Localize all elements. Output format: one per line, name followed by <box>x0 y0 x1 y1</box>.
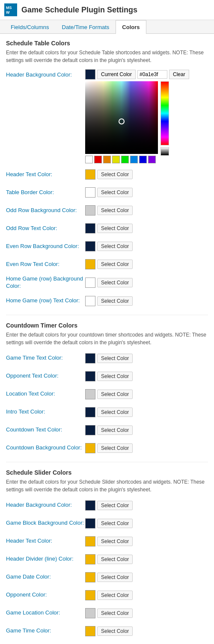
color-row: Opponent Text Color:Select Color <box>6 369 208 383</box>
preset-swatch-2[interactable] <box>103 156 111 163</box>
preset-swatch-6[interactable] <box>139 156 147 163</box>
select-color-button[interactable]: Select Color <box>97 296 133 306</box>
color-label: Home Game (row) Background Color: <box>6 275 85 290</box>
select-color-button[interactable]: Select Color <box>97 537 133 546</box>
preset-swatch-0[interactable] <box>85 156 93 163</box>
color-picker-controls: Current Color Clear <box>85 69 189 163</box>
header: MS W Game Schedule Plugin Settings <box>0 0 214 20</box>
select-color-button[interactable]: Select Color <box>97 519 133 528</box>
schedule-slider-desc: Enter the default colors for your Schedu… <box>6 478 208 493</box>
select-color-button[interactable]: Select Color <box>97 278 133 287</box>
countdown-timer-desc: Enter the default colors for your countd… <box>6 331 208 346</box>
color-label: Location Text Color: <box>6 390 85 398</box>
color-label: Table Border Color: <box>6 189 85 196</box>
color-swatch <box>85 407 95 417</box>
schedule-slider-section: Schedule Slider Colors Enter the default… <box>6 469 208 644</box>
color-swatch <box>85 590 95 600</box>
color-swatch <box>85 572 95 582</box>
color-label: Header Text Color: <box>6 171 85 178</box>
select-color-button[interactable]: Select Color <box>97 573 133 582</box>
clear-button[interactable]: Clear <box>169 70 189 79</box>
color-swatch <box>85 278 95 288</box>
color-label: Even Row Text Color: <box>6 261 85 268</box>
tab-datetime[interactable]: Date/Time Formats <box>56 20 116 34</box>
color-label: Intro Text Color: <box>6 408 85 416</box>
select-color-button[interactable]: Select Color <box>97 609 133 618</box>
current-color-button[interactable]: Current Color <box>97 70 136 79</box>
color-row: Header Text Color:Select Color <box>6 168 208 181</box>
select-color-button[interactable]: Select Color <box>97 408 133 417</box>
color-hex-input[interactable] <box>137 70 167 79</box>
hue-strip-wrap <box>160 81 169 163</box>
preset-swatch-1[interactable] <box>94 156 102 163</box>
select-color-button[interactable]: Select Color <box>97 224 133 233</box>
header-bg-color-label: Header Background Color: <box>6 69 85 78</box>
select-color-button[interactable]: Select Color <box>97 188 133 197</box>
color-label: Game Block Background Color: <box>6 520 85 527</box>
color-swatch <box>85 608 95 618</box>
color-swatches-row <box>85 156 158 163</box>
select-color-button[interactable]: Select Color <box>97 555 133 564</box>
color-swatch <box>85 187 95 198</box>
schedule-table-colors: Header Text Color:Select ColorTable Bord… <box>6 168 208 308</box>
color-label: Game Time Color: <box>6 627 85 635</box>
divider-2 <box>6 462 208 462</box>
color-label: Game Date Color: <box>6 573 85 581</box>
color-row: Even Row Text Color:Select Color <box>6 257 208 271</box>
preset-swatch-7[interactable] <box>148 156 156 163</box>
color-swatch <box>85 371 95 381</box>
main-content: Schedule Table Colors Enter the default … <box>0 34 214 644</box>
color-swatch <box>85 554 95 564</box>
select-color-button[interactable]: Select Color <box>97 425 133 435</box>
tabs-bar: Fields/Columns Date/Time Formats Colors <box>0 20 214 34</box>
select-color-button[interactable]: Select Color <box>97 390 133 399</box>
hue-overlay <box>85 81 158 154</box>
schedule-slider-title: Schedule Slider Colors <box>6 469 208 476</box>
color-gradient[interactable] <box>85 81 158 154</box>
color-label: Home Game (row) Text Color: <box>6 297 85 304</box>
divider-1 <box>6 315 208 315</box>
color-row: Game Date Color:Select Color <box>6 570 208 584</box>
brightness-overlay <box>85 81 158 154</box>
color-row: Opponent Color:Select Color <box>6 588 208 602</box>
color-swatch <box>85 518 95 529</box>
schedule-table-section: Schedule Table Colors Enter the default … <box>6 40 208 308</box>
select-color-button[interactable]: Select Color <box>97 260 133 269</box>
current-color-swatch <box>85 69 95 80</box>
select-color-button[interactable]: Select Color <box>97 242 133 251</box>
select-color-button[interactable]: Select Color <box>97 626 133 636</box>
color-row: Header Background Color:Select Color <box>6 499 208 512</box>
tab-fields[interactable]: Fields/Columns <box>4 20 56 34</box>
opacity-strip[interactable] <box>160 147 169 156</box>
tab-colors[interactable]: Colors <box>116 20 146 34</box>
app-logo: MS W <box>4 3 17 16</box>
color-row: Even Row Background Color:Select Color <box>6 239 208 253</box>
color-swatch <box>85 626 95 636</box>
saturation-overlay <box>85 81 158 154</box>
select-color-button[interactable]: Select Color <box>97 354 133 363</box>
svg-text:MS: MS <box>6 6 12 10</box>
color-row: Home Game (row) Background Color:Select … <box>6 275 208 290</box>
picker-cursor <box>119 118 125 124</box>
page-title: Game Schedule Plugin Settings <box>21 6 137 15</box>
color-swatch <box>85 389 95 399</box>
select-color-button[interactable]: Select Color <box>97 372 133 381</box>
hue-strip[interactable] <box>160 81 169 145</box>
color-row: Header Text Color:Select Color <box>6 535 208 548</box>
color-swatch <box>85 296 95 306</box>
preset-swatch-5[interactable] <box>130 156 138 163</box>
preset-swatch-3[interactable] <box>112 156 120 163</box>
select-color-button[interactable]: Select Color <box>97 170 133 179</box>
preset-swatch-4[interactable] <box>121 156 129 163</box>
color-swatch <box>85 259 95 269</box>
color-label: Header Text Color: <box>6 538 85 545</box>
select-color-button[interactable]: Select Color <box>97 443 133 453</box>
color-row: Location Text Color:Select Color <box>6 387 208 401</box>
select-color-button[interactable]: Select Color <box>97 591 133 600</box>
select-color-button[interactable]: Select Color <box>97 501 133 510</box>
color-picker-top: Current Color Clear <box>85 69 189 80</box>
color-label: Opponent Color: <box>6 591 85 599</box>
color-row: Odd Row Text Color:Select Color <box>6 222 208 235</box>
select-color-button[interactable]: Select Color <box>97 206 133 215</box>
countdown-colors: Game Time Text Color:Select ColorOpponen… <box>6 352 208 455</box>
